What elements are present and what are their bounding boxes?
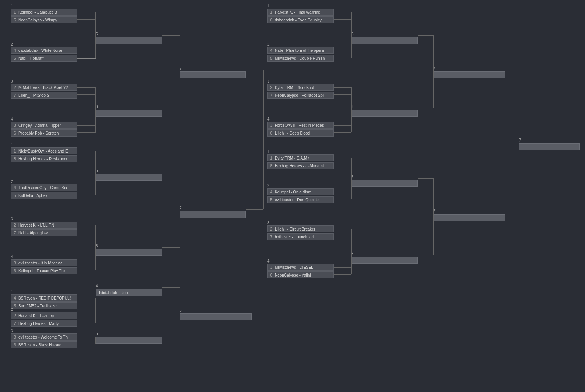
team-name: NeonCalypso - Polkadot Spi [275,93,324,98]
team-name: evil toaster - It Is Meeevv [18,261,62,265]
seed: 3 [13,261,17,265]
team-name: Kelimpel - Carapuce 3 [18,10,57,14]
team-R1M3-1: 2 DylanTRM - Bloodshot [267,84,334,91]
team-L1M8-2: 6 Kelimpel - Toucan Play This [11,267,77,274]
match-LB2: 2 2 Harvest K. - Lazotep 7 Hexbug Heroes… [11,312,77,327]
seed: 1 [269,156,273,160]
match-num: 3 [11,217,13,221]
team-name: Cringey - Admiral Hipper [18,123,61,128]
team-L1M6-2: 5 KidDelta - Aphex [11,192,77,199]
team-R1M1-1: 1 Harvest K. - Final Warning [267,9,334,16]
seed: 2 [13,223,17,227]
team-name: Hexbug Heroes - Resistance [18,157,68,161]
seed: 7 [269,235,273,239]
team-L1M6-1: 4 ThatDiscordGuy - Crime Sce [11,184,77,191]
team-LB3-1: 3 evil toaster - Welcome To Th [11,333,77,341]
team-name: ThatDiscordGuy - Crime Sce [18,186,68,190]
team-R1M7-2: 7 botbuster - Launchpad [267,233,334,240]
match-num: 4 [267,259,270,263]
team-name: SamFM52 - Trailblazer [18,304,58,308]
seed: 5 [269,56,273,60]
team-name: NickyDustyOwl - Aces and E [18,149,68,153]
match-R1M5: 1 1 DylanTRM - S.A.M.t 8 Hexbug Heroes -… [267,154,334,169]
team-LB1-2: 5 SamFM52 - Trailblazer [11,302,77,309]
team-LB2-1: 2 Harvest K. - Lazotep [11,312,77,319]
match-num: 4 [11,255,13,259]
team-name: botbuster - Launchpad [275,235,314,239]
team-name: NeonCalypso - Yalini [275,273,311,277]
seed: 4 [13,48,17,53]
seed: 7 [13,321,17,326]
seed: 6 [269,273,273,277]
team-L1M8-1: 3 evil toaster - It Is Meeevv [11,259,77,266]
team-name: BSRaven - Black Hazard [18,343,62,347]
match-R1M7: 3 2 Lilleh_ - Circuit Breaker 7 botbuste… [267,225,334,240]
match-num: 3 [11,329,13,333]
seed: 7 [269,93,273,98]
match-num: 3 [11,79,13,83]
seed: 5 [269,198,273,202]
team-R1M1-2: 6 dabdabdab - Toxic Equality [267,16,334,23]
team-name: Lilleh_ - Circuit Breaker [275,227,315,231]
match-num: 2 [11,307,13,312]
match-LB1: 1 4 BSRaven - REDIT DEPOPUL( 5 SamFM52 -… [11,294,77,309]
team-R1M4-2: 6 Lilleh_ - Deep Blood [267,129,334,137]
seed: 4 [269,190,273,194]
team-L1M5-1: 1 NickyDustyOwl - Aces and E [11,147,77,154]
team-LB2-2: 7 Hexbug Heroes - Martyr [11,320,77,327]
team-name: DylanTRM - Bloodshot [275,85,314,90]
seed: 5 [13,56,17,60]
result-L2M3: 5 [96,169,98,174]
result-bottom-r2: 4 dabdabdab - Rob [96,284,98,289]
team-name: evil toaster - Don Quixote [275,198,319,202]
team-R1M2-2: 5 MrMatthews - Double Punish [267,55,334,62]
team-name: Kelimpel - On a dime [275,190,311,194]
match-num: 2 [267,184,270,188]
seed: 8 [13,157,17,161]
team-name: BSRaven - REDIT DEPOPUL( [18,296,71,300]
team-LB3-2: 6 BSRaven - Black Hazard [11,341,77,348]
team-L1M4-1: 3 Cringey - Admiral Hipper [11,122,77,129]
team-name: Lilleh_ - PitStop S [18,93,50,98]
team-L1M2-1: 4 dabdabdab - White Noise [11,47,77,54]
seed: 4 [269,48,273,53]
team-R1M5-1: 1 DylanTRM - S.A.M.t [267,154,334,161]
match-num: 2 [11,42,13,46]
result-L2M2: 6 [96,105,98,110]
match-num: 2 [11,179,13,184]
team-name: Probably Rob - Scratch [18,131,59,135]
match-L1M6: 2 4 ThatDiscordGuy - Crime Sce 5 KidDelt… [11,184,77,199]
team-name: dabdabdab - White Noise [18,48,62,53]
match-L1M4: 4 3 Cringey - Admiral Hipper 6 Probably … [11,122,77,137]
match-L1M1: 1 1 Kelimpel - Carapuce 3 5 NeonCalpyso … [11,9,77,23]
match-R1M3: 3 2 DylanTRM - Bloodshot 7 NeonCalypso -… [267,84,334,99]
team-name: ForceOfWill - Rest In Pieces [275,123,324,128]
seed: 3 [13,335,17,339]
seed: 3 [269,123,273,128]
match-L1M5: 1 1 NickyDustyOwl - Aces and E 8 Hexbug … [11,147,77,162]
team-R1M5-2: 8 Hexbug Heroes - al-Mudami [267,162,334,169]
team-R1M8-2: 6 NeonCalypso - Yalini [267,271,334,278]
team-name: MrMatthews - DIESEL [275,265,313,270]
match-R1M1: 1 1 Harvest K. - Final Warning 6 dabdabd… [267,9,334,23]
match-num: 2 [267,42,270,46]
match-R1M6: 2 4 Kelimpel - On a dime 5 evil toaster … [267,188,334,203]
team-R1M2-1: 4 Nabi - Phantom of the opera [267,47,334,54]
team-L1M1-1: 1 Kelimpel - Carapuce 3 [11,9,77,16]
team-name: Lilleh_ - Deep Blood [275,131,310,135]
seed: 6 [13,269,17,273]
match-num: 1 [267,4,270,8]
match-L1M7: 3 2 Harvest K. - I.T.L.F.N 7 Nabi - Alpe… [11,222,77,236]
bracket-container: 1 1 Kelimpel - Carapuce 3 5 NeonCalpyso … [0,0,585,392]
team-name: Nabi - Phantom of the opera [275,48,324,53]
team-name: Kelimpel - Toucan Play This [18,269,66,273]
team-R1M7-1: 2 Lilleh_ - Circuit Breaker [267,225,334,232]
seed: 3 [13,123,17,128]
seed: 2 [13,85,17,90]
seed: 1 [13,10,17,14]
seed: 6 [13,131,17,135]
result-bottom-r3: 5 [96,332,98,337]
team-L1M3-1: 2 MrMatthews - Black Pixel Y2 [11,84,77,91]
team-name: Harvest K. - I.T.L.F.N [18,223,54,227]
team-R1M6-1: 4 Kelimpel - On a dime [267,188,334,195]
